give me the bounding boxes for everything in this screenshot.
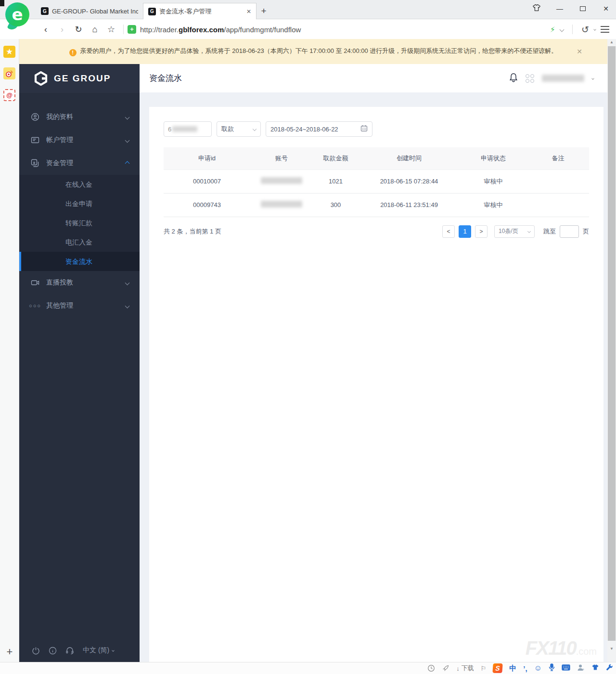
account-value-redacted bbox=[172, 126, 197, 132]
sidebar-item-other-mgmt[interactable]: ○○○ 其他管理 bbox=[19, 294, 140, 317]
add-sidebar-app-icon[interactable]: + bbox=[0, 646, 19, 658]
language-selector[interactable]: 中文 (简) bbox=[83, 646, 114, 655]
bookmarks-star-icon[interactable]: ★ bbox=[3, 46, 15, 58]
banner-close-icon[interactable]: ✕ bbox=[577, 48, 582, 55]
tab-close-icon[interactable]: ✕ bbox=[246, 8, 251, 15]
undo-dropdown-icon[interactable] bbox=[593, 28, 596, 31]
chevron-down-icon bbox=[125, 280, 130, 285]
sidebar-item-fund-flow-active[interactable]: 资金流水 bbox=[19, 252, 140, 271]
calendar-icon bbox=[360, 125, 368, 133]
sidebar-item-live-education[interactable]: 直播投教 bbox=[19, 271, 140, 294]
theme-shirt-icon[interactable] bbox=[531, 4, 542, 13]
home-icon[interactable]: ⌂ bbox=[87, 25, 103, 35]
back-icon[interactable]: ‹ bbox=[38, 25, 54, 35]
profile-icon bbox=[31, 113, 39, 121]
sidebar-item-transfer-remit[interactable]: 转账汇款 bbox=[19, 213, 140, 233]
fund-flow-card: 6 取款 2018-05-24~2018-06-22 申请id 账号 bbox=[149, 107, 603, 662]
ime-settings-wrench-icon[interactable] bbox=[606, 664, 613, 673]
tab-favicon: G bbox=[148, 8, 156, 15]
ime-emoji-icon[interactable]: ☺ bbox=[534, 664, 542, 673]
sidebar-item-wire-deposit[interactable]: 电汇入金 bbox=[19, 233, 140, 252]
chevron-down-icon bbox=[527, 230, 531, 233]
funds-coins-icon bbox=[31, 159, 39, 168]
table-row: 00010007 1021 2018-06-15 07:28:44 审核中 bbox=[164, 169, 589, 193]
ime-chinese-mode[interactable]: 中 bbox=[509, 664, 516, 673]
info-icon[interactable] bbox=[49, 647, 57, 655]
user-menu-chevron-icon[interactable] bbox=[591, 77, 594, 80]
ime-skin-shirt-icon[interactable] bbox=[591, 664, 599, 673]
address-bar[interactable]: http://trader.gblforex.com/app/fundmgmt/… bbox=[140, 26, 301, 34]
account-redacted bbox=[261, 177, 302, 184]
chevron-down-icon bbox=[112, 649, 115, 652]
boost-dropdown-icon[interactable] bbox=[560, 27, 565, 32]
chevron-down-icon bbox=[125, 303, 130, 308]
minimize-button[interactable]: — bbox=[554, 5, 565, 13]
refresh-icon[interactable]: ↻ bbox=[70, 24, 87, 35]
request-id-cell: 00009743 bbox=[164, 193, 250, 217]
toolbar-separator bbox=[123, 25, 124, 34]
download-arrow-icon: ↓ bbox=[456, 665, 460, 672]
page-1-button[interactable]: 1 bbox=[459, 225, 471, 238]
sidebar-item-online-deposit[interactable]: 在线入金 bbox=[19, 175, 140, 194]
date-range-picker[interactable]: 2018-05-24~2018-06-22 bbox=[266, 121, 372, 137]
prev-page-button[interactable]: < bbox=[442, 225, 455, 238]
forward-icon[interactable]: › bbox=[54, 25, 70, 35]
logout-power-icon[interactable] bbox=[32, 647, 40, 655]
ime-user-dict-icon[interactable]: n bbox=[577, 664, 585, 673]
favorite-star-icon[interactable]: ☆ bbox=[103, 24, 119, 35]
table-header-row: 申请id 账号 取款金额 创建时间 申请状态 备注 bbox=[164, 147, 589, 169]
account-filter-input[interactable]: 6 bbox=[164, 121, 212, 137]
mail-icon[interactable]: @ bbox=[3, 89, 15, 101]
user-avatar bbox=[526, 74, 534, 83]
ime-keyboard-icon[interactable] bbox=[562, 664, 570, 673]
maximize-button[interactable] bbox=[578, 5, 588, 13]
menu-hamburger-icon[interactable] bbox=[601, 26, 609, 33]
support-headset-icon[interactable] bbox=[65, 647, 74, 655]
weibo-icon[interactable] bbox=[3, 67, 15, 79]
flag-icon[interactable]: ⚐ bbox=[481, 665, 487, 672]
sogou-ime-logo[interactable]: S bbox=[493, 663, 503, 673]
sidebar-item-my-profile[interactable]: 我的资料 bbox=[19, 105, 140, 129]
type-filter-select[interactable]: 取款 bbox=[217, 121, 261, 137]
tab-title: GE-GROUP- Global Market Inc bbox=[52, 8, 138, 15]
funds-submenu: 在线入金 出金申请 转账汇款 电汇入金 资金流水 bbox=[19, 175, 140, 271]
fx110-watermark: FX110 .com bbox=[526, 637, 597, 659]
account-card-icon bbox=[31, 136, 39, 144]
tab-strip: G GE-GROUP- Global Market Inc G 资金流水-客户管… bbox=[36, 3, 271, 19]
scrollbar-thumb[interactable] bbox=[608, 46, 616, 641]
fund-flow-table: 申请id 账号 取款金额 创建时间 申请状态 备注 00010007 1021 … bbox=[164, 147, 589, 217]
account-redacted bbox=[261, 201, 302, 207]
jump-to-label: 跳至 bbox=[543, 227, 556, 236]
chevron-down-icon bbox=[125, 138, 130, 143]
notifications-bell-icon[interactable] bbox=[509, 73, 518, 84]
ime-microphone-icon[interactable] bbox=[549, 663, 555, 673]
jump-page-input[interactable] bbox=[560, 225, 579, 238]
download-button[interactable]: ↓下载 bbox=[456, 664, 474, 673]
scroll-up-arrow[interactable]: ▲ bbox=[607, 39, 616, 46]
new-tab-button[interactable]: + bbox=[257, 4, 271, 18]
history-icon[interactable] bbox=[427, 664, 435, 672]
next-page-button[interactable]: > bbox=[475, 225, 488, 238]
undo-closed-tab-icon[interactable]: ↺ bbox=[581, 24, 589, 35]
system-upgrade-banner: !亲爱的用户，为了给您提供更好的产品体验，系统将于 2018-06-23（本周六… bbox=[19, 39, 607, 64]
sidebar-item-withdraw-request[interactable]: 出金申请 bbox=[19, 194, 140, 213]
account-cell bbox=[250, 169, 313, 193]
table-row: 00009743 300 2018-06-11 23:51:49 审核中 bbox=[164, 193, 589, 217]
tab-fundflow-active[interactable]: G 资金流水-客户管理 ✕ bbox=[143, 3, 257, 19]
sidebar-item-account-mgmt[interactable]: 帐户管理 bbox=[19, 129, 140, 152]
page-size-select[interactable]: 10条/页 bbox=[494, 225, 535, 238]
tab-ge-group[interactable]: G GE-GROUP- Global Market Inc bbox=[36, 3, 143, 19]
ime-punctuation[interactable]: ’, bbox=[523, 664, 527, 673]
page-unit-label: 页 bbox=[583, 227, 589, 236]
close-window-button[interactable]: ✕ bbox=[601, 5, 611, 13]
scrollbar[interactable]: ▲ ▼ bbox=[607, 39, 616, 662]
table-footer: 共 2 条，当前第 1 页 < 1 > 10条/页 跳至 页 bbox=[164, 225, 589, 238]
sidebar-item-funds-mgmt[interactable]: 资金管理 bbox=[19, 152, 140, 175]
speed-boost-icon[interactable]: ⚡ bbox=[550, 25, 555, 34]
amount-cell: 300 bbox=[313, 193, 359, 217]
scroll-down-arrow[interactable]: ▼ bbox=[607, 646, 616, 652]
rocket-boost-icon[interactable] bbox=[442, 664, 449, 672]
browser-logo[interactable]: e bbox=[4, 2, 31, 29]
browser-titlebar: G GE-GROUP- Global Market Inc G 资金流水-客户管… bbox=[0, 0, 616, 19]
site-safety-shield-icon[interactable]: + bbox=[128, 25, 136, 34]
